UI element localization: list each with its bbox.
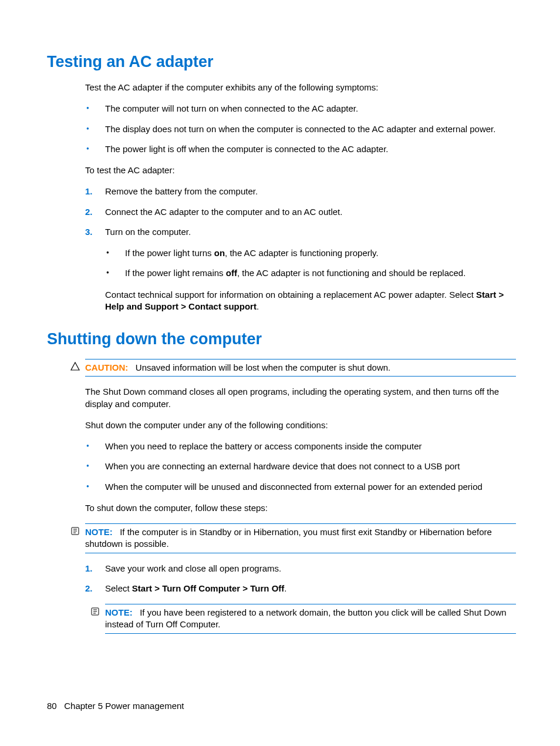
caution-text: Unsaved information will be lost when th… — [136, 362, 390, 372]
note-box: NOTE: If the computer is in Standby or i… — [85, 523, 516, 553]
list-item: The computer will not turn on when conne… — [85, 103, 516, 115]
note-callout: NOTE: If the computer is in Standby or i… — [85, 523, 516, 553]
list-item: Save your work and close all open progra… — [85, 563, 516, 574]
list-item: If the power light turns on, the AC adap… — [105, 247, 516, 259]
conditions-list: When you need to replace the battery or … — [85, 441, 516, 493]
list-item: Remove the battery from the computer. — [85, 186, 516, 197]
note-box: NOTE: If you have been registered to a n… — [105, 604, 516, 634]
intro-text: Test the AC adapter if the computer exhi… — [85, 82, 516, 93]
list-item: Connect the AC adapter to the computer a… — [85, 206, 516, 218]
test-steps: Remove the battery from the computer. Co… — [85, 186, 516, 238]
heading-testing-ac-adapter: Testing an AC adapter — [47, 53, 516, 71]
heading-shutting-down: Shutting down the computer — [47, 330, 516, 348]
section1-body: Test the AC adapter if the computer exhi… — [85, 82, 516, 312]
paragraph: To shut down the computer, follow these … — [85, 502, 516, 514]
shutdown-steps: Save your work and close all open progra… — [85, 563, 516, 595]
to-test-text: To test the AC adapter: — [85, 164, 516, 176]
paragraph: Shut down the computer under any of the … — [85, 419, 516, 431]
contact-text: Contact technical support for informatio… — [105, 289, 516, 313]
page-footer: 80 Chapter 5 Power management — [47, 701, 184, 711]
page-number: 80 — [47, 701, 57, 711]
list-item: Select Start > Turn Off Computer > Turn … — [85, 583, 516, 594]
caution-label: CAUTION: — [85, 362, 128, 372]
list-item: The power light is off when the computer… — [85, 143, 516, 155]
note-icon — [90, 607, 100, 616]
note-text: If you have been registered to a network… — [105, 607, 507, 629]
list-item: If the power light remains off, the AC a… — [105, 267, 516, 279]
list-item: Turn on the computer. — [85, 226, 516, 238]
shutdown-steps-wrap: Save your work and close all open progra… — [85, 563, 516, 634]
caution-callout: CAUTION: Unsaved information will be los… — [85, 359, 516, 377]
page-content: Testing an AC adapter Test the AC adapte… — [0, 0, 560, 673]
caution-icon — [70, 362, 80, 371]
symptom-list: The computer will not turn on when conne… — [85, 103, 516, 155]
chapter-label: Chapter 5 Power management — [64, 701, 184, 711]
nested-note-callout: NOTE: If you have been registered to a n… — [105, 604, 516, 634]
section2-body: The Shut Down command closes all open pr… — [85, 386, 516, 514]
paragraph: The Shut Down command closes all open pr… — [85, 386, 516, 410]
note-label: NOTE: — [105, 607, 133, 617]
note-icon — [70, 526, 80, 536]
list-item: When you are connecting an external hard… — [85, 461, 516, 472]
caution-box: CAUTION: Unsaved information will be los… — [85, 359, 516, 377]
list-item: When you need to replace the battery or … — [85, 441, 516, 452]
note-label: NOTE: — [85, 527, 113, 537]
note-text: If the computer is in Standby or in Hibe… — [85, 527, 492, 549]
list-item: When the computer will be unused and dis… — [85, 481, 516, 493]
results-list: If the power light turns on, the AC adap… — [105, 247, 516, 280]
list-item: The display does not turn on when the co… — [85, 123, 516, 135]
